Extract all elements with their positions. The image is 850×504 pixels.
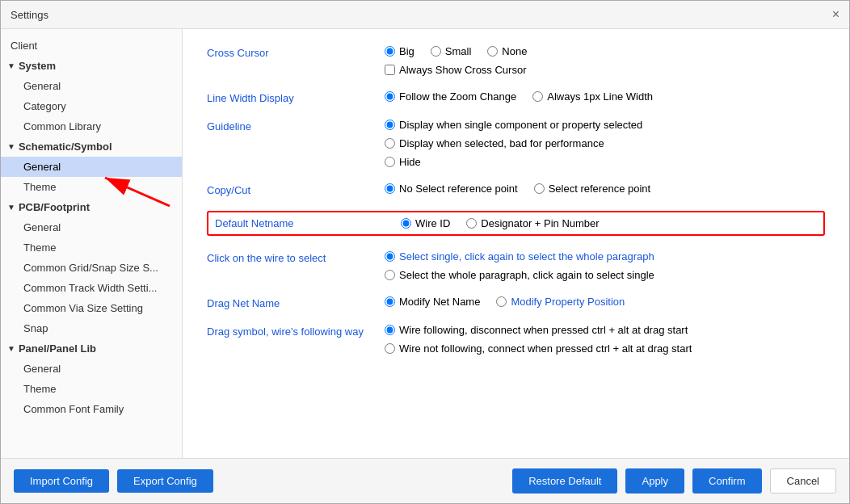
sidebar-item-pcb-grid[interactable]: Common Grid/Snap Size S... [1, 258, 182, 278]
main-content: Client ▼ System General Category Common … [1, 29, 849, 458]
system-label: System [19, 60, 56, 72]
drag-net-name-radio-row: Modify Net Name Modify Property Position [385, 296, 825, 308]
sidebar-item-system-category[interactable]: Category [1, 96, 182, 116]
line-width-row: Line Width Display Follow the Zoom Chang… [207, 90, 825, 104]
drag-symbol-row: Drag symbol, wire's following way Wire f… [207, 324, 825, 355]
click-wire-row: Click on the wire to select Select singl… [207, 250, 825, 281]
schematic-arrow-icon: ▼ [7, 142, 15, 151]
drag-net-name-row: Drag Net Name Modify Net Name Modify Pro… [207, 296, 825, 309]
pcb-label: PCB/Footprint [19, 201, 90, 213]
line-width-radio-row: Follow the Zoom Change Always 1px Line W… [385, 90, 825, 103]
guideline-row: Guideline Display when single component … [207, 119, 825, 168]
copy-cut-row: Copy/Cut No Select reference point Selec… [207, 183, 825, 196]
click-wire-controls: Select single, click again to select the… [385, 250, 825, 281]
cross-cursor-small[interactable]: Small [431, 45, 472, 57]
sidebar-group-system[interactable]: ▼ System [1, 56, 182, 76]
drag-net-modify-position[interactable]: Modify Property Position [496, 296, 625, 308]
default-netname-row: Default Netname Wire ID Designator + Pin… [207, 211, 825, 236]
sidebar-item-panel-theme[interactable]: Theme [1, 379, 182, 399]
copy-cut-select[interactable]: Select reference point [534, 183, 650, 195]
cross-cursor-controls: Big Small None Always Show Cross Cursor [385, 45, 825, 76]
copy-cut-no-select[interactable]: No Select reference point [385, 183, 518, 195]
cross-cursor-label: Cross Cursor [207, 45, 385, 59]
drag-symbol-controls: Wire following, disconnect when pressed … [385, 324, 825, 355]
always-show-cross-cursor[interactable]: Always Show Cross Cursor [385, 64, 825, 76]
default-netname-label: Default Netname [215, 217, 385, 229]
apply-button[interactable]: Apply [625, 468, 684, 494]
export-config-button[interactable]: Export Config [117, 469, 213, 493]
cross-cursor-row: Cross Cursor Big Small None [207, 45, 825, 76]
footer: Import Config Export Config Restore Defa… [1, 458, 849, 503]
line-width-follow-zoom[interactable]: Follow the Zoom Change [385, 90, 516, 103]
drag-net-name-controls: Modify Net Name Modify Property Position [385, 296, 825, 308]
close-button[interactable]: × [832, 7, 839, 22]
sidebar-item-pcb-track[interactable]: Common Track Width Setti... [1, 278, 182, 298]
cancel-button[interactable]: Cancel [770, 468, 836, 494]
system-arrow-icon: ▼ [7, 61, 15, 70]
sidebar-item-pcb-theme[interactable]: Theme [1, 237, 182, 258]
line-width-label: Line Width Display [207, 90, 385, 104]
sidebar-scroll: Client ▼ System General Category Common … [1, 29, 182, 426]
footer-left: Import Config Export Config [14, 469, 213, 493]
footer-right: Restore Default Apply Confirm Cancel [512, 468, 836, 494]
sidebar-group-pcb[interactable]: ▼ PCB/Footprint [1, 197, 182, 217]
sidebar-item-schematic-general[interactable]: General [1, 157, 182, 177]
click-wire-select-whole[interactable]: Select the whole paragraph, click again … [385, 269, 825, 281]
click-wire-label: Click on the wire to select [207, 250, 385, 264]
drag-symbol-label: Drag symbol, wire's following way [207, 324, 385, 338]
sidebar-item-schematic-theme[interactable]: Theme [1, 177, 182, 197]
sidebar-item-client[interactable]: Client [1, 36, 182, 56]
copy-cut-label: Copy/Cut [207, 183, 385, 196]
guideline-selected[interactable]: Display when selected, bad for performan… [385, 137, 825, 149]
line-width-always-1px[interactable]: Always 1px Line Width [532, 90, 653, 103]
content-area: Cross Cursor Big Small None [183, 29, 849, 458]
cross-cursor-none[interactable]: None [487, 45, 527, 57]
sidebar-item-panel-font[interactable]: Common Font Family [1, 399, 182, 419]
schematic-label: Schematic/Symbol [19, 141, 112, 153]
import-config-button[interactable]: Import Config [14, 469, 109, 493]
confirm-button[interactable]: Confirm [692, 468, 762, 494]
sidebar-item-system-general[interactable]: General [1, 76, 182, 96]
drag-symbol-wire-following[interactable]: Wire following, disconnect when pressed … [385, 324, 825, 336]
pcb-arrow-icon: ▼ [7, 203, 15, 212]
netname-designator-pin[interactable]: Designator + Pin Number [466, 217, 599, 229]
sidebar-item-common-library[interactable]: Common Library [1, 116, 182, 136]
sidebar: Client ▼ System General Category Common … [1, 29, 183, 458]
netname-wire-id[interactable]: Wire ID [401, 217, 450, 229]
window-title: Settings [11, 9, 48, 21]
settings-window: Settings × Client ▼ System General Categ… [0, 0, 850, 504]
title-bar: Settings × [1, 1, 849, 29]
sidebar-group-panel[interactable]: ▼ Panel/Panel Lib [1, 338, 182, 359]
cross-cursor-big[interactable]: Big [385, 45, 414, 57]
drag-symbol-wire-not-following[interactable]: Wire not following, connect when pressed… [385, 342, 825, 355]
sidebar-group-schematic[interactable]: ▼ Schematic/Symbol [1, 136, 182, 157]
sidebar-item-panel-general[interactable]: General [1, 359, 182, 379]
copy-cut-controls: No Select reference point Select referen… [385, 183, 825, 195]
guideline-single[interactable]: Display when single component or propert… [385, 119, 825, 131]
drag-net-modify-name[interactable]: Modify Net Name [385, 296, 480, 308]
sidebar-item-pcb-general[interactable]: General [1, 217, 182, 237]
panel-label: Panel/Panel Lib [19, 342, 96, 355]
cross-cursor-radio-row: Big Small None [385, 45, 825, 57]
sidebar-item-pcb-snap[interactable]: Snap [1, 318, 182, 338]
panel-arrow-icon: ▼ [7, 344, 15, 353]
sidebar-item-pcb-via[interactable]: Common Via Size Setting [1, 298, 182, 318]
copy-cut-radio-row: No Select reference point Select referen… [385, 183, 825, 195]
guideline-hide[interactable]: Hide [385, 156, 825, 168]
line-width-controls: Follow the Zoom Change Always 1px Line W… [385, 90, 825, 103]
drag-net-name-label: Drag Net Name [207, 296, 385, 309]
restore-default-button[interactable]: Restore Default [512, 468, 617, 494]
guideline-label: Guideline [207, 119, 385, 132]
click-wire-select-single[interactable]: Select single, click again to select the… [385, 250, 825, 262]
guideline-controls: Display when single component or propert… [385, 119, 825, 168]
